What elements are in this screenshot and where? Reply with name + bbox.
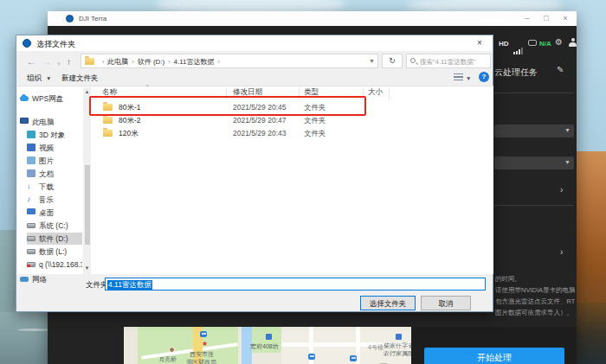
breadcrumb-separator-icon: › [128,59,137,65]
file-row-80m-2[interactable]: 80米-2 2021/5/29 20:47 文件夹 [96,114,491,127]
chevron-right-icon[interactable]: › [560,247,569,257]
3d-objects-icon [27,131,35,138]
select-folder-dialog: 选择文件夹 × ← → ▼ ↑ ›此电脑›软件 (D:)›4.11雷达数据› ▼… [16,35,493,312]
breadcrumb-item[interactable]: 4.11雷达数据 [174,58,215,66]
bottom-action-panel: 开始处理 [411,327,577,364]
chevron-down-icon: ▼ [46,75,51,81]
up-button[interactable]: ↑ [67,57,71,67]
drive-icon [27,223,35,228]
column-header-size[interactable]: 大小 [368,87,383,98]
panel-dropdown-2[interactable]: ▼ [494,156,574,169]
desktop-icon [27,208,35,214]
highlight-annotation-box [89,96,366,116]
panel-note-line: 的时间。 [495,273,575,284]
settings-gear-icon[interactable]: ⚙ [555,38,563,47]
edit-pencil-icon[interactable]: ✎ [557,65,564,74]
chevron-down-icon[interactable]: ▼ [466,75,471,81]
drive-icon [27,236,35,241]
column-divider[interactable] [389,88,390,99]
folder-icon [103,117,113,124]
network-icon [20,277,29,282]
sidebar-item-3d-objects[interactable]: 3D 对象 [27,129,82,141]
rc-status-value: N/A [539,40,551,48]
file-row-120m[interactable]: 120米 2021/5/29 20:43 文件夹 [96,127,491,140]
wallpaper-sea [0,230,16,313]
close-button[interactable]: × [558,14,573,24]
map-label: 农行家属院 [384,349,411,358]
panel-note-line: 包含激光雷达点云文件、RTK文 [495,296,575,307]
panel-dropdown-1[interactable]: ▼ [494,125,574,137]
cancel-button[interactable]: 取消 [421,296,471,310]
folder-name-input[interactable]: 4.11雷达数据 [105,278,486,291]
panel-divider [493,93,574,93]
dialog-close-button[interactable]: × [467,35,493,51]
sidebar-item-network[interactable]: 网络 [20,273,82,285]
folder-icon [85,58,94,65]
chevron-down-icon: ▼ [564,159,571,165]
view-options-icon[interactable] [454,73,463,82]
wallpaper-foam [17,329,52,331]
poi-star-icon: ★ [202,341,208,348]
map-label: 4号楼 [368,343,384,352]
sidebar-item-this-pc[interactable]: 此电脑 [20,116,82,128]
organize-menu[interactable]: 组织 [27,73,42,84]
breadcrumb-separator-icon: › [164,59,173,65]
sidebar-item-drive-d[interactable]: 软件 (D:) [27,233,82,245]
sidebar-item-documents[interactable]: 文档 [27,168,82,180]
sidebar-item-pictures[interactable]: 图片 [27,155,82,167]
building-poi-icon [266,334,272,340]
address-dropdown-icon[interactable]: ▼ [369,58,375,64]
bus-stop-icon [308,354,315,360]
dialog-titlebar[interactable]: 选择文件夹 × [16,35,493,51]
dji-terra-logo-icon [23,39,31,48]
forward-button[interactable]: → [42,57,51,67]
download-arrow-icon: ↓ [27,182,35,190]
address-bar[interactable]: ›此电脑›软件 (D:)›4.11雷达数据› ▼ [81,54,378,68]
building-poi-icon [396,334,402,340]
map-view[interactable]: 月亮桥 ★ 西安市莲 湖区财政局 宏府408坊 4号楼 柴家什字省 农行家属院 … [124,327,411,364]
network-drive-icon [27,262,35,267]
sidebar-item-drive-c[interactable]: 系统 (C:) [27,220,82,232]
new-folder-button[interactable]: 新建文件夹 [61,73,99,84]
cloud-icon [20,96,29,101]
wallpaper-sea [577,303,606,364]
sidebar-item-network-drive[interactable]: q (\\192.168.3 [27,259,82,271]
minimize-button[interactable]: – [519,14,535,24]
sidebar-item-drive-l[interactable]: 数据 (L:) [27,246,82,258]
dialog-title: 选择文件夹 [36,39,75,50]
sidebar-item-downloads[interactable]: ↓下载 [27,181,82,193]
bus-stop-icon [200,331,207,337]
sort-ascending-icon: ^ [146,84,149,89]
scroll-up-icon[interactable]: ▲ [83,89,91,94]
panel-note-line: 请使用带NVIDIA显卡的电脑。 [495,284,575,296]
drive-icon [27,249,35,254]
dji-terra-logo-icon [66,15,74,22]
scrollbar-thumb[interactable] [85,165,90,245]
maximize-button[interactable]: □ [538,14,554,24]
chevron-right-icon[interactable]: › [560,185,569,195]
signal-bars-icon [513,39,524,54]
user-account-icon[interactable] [569,38,577,46]
sidebar-item-videos[interactable]: 视频 [27,142,82,154]
pictures-icon [27,156,35,164]
scroll-down-icon[interactable]: ▼ [83,265,91,271]
help-button[interactable]: ? [479,72,489,82]
sidebar-item-desktop[interactable]: 桌面 [27,207,82,219]
app-title: DJI Terra [79,15,106,22]
back-button[interactable]: ← [27,57,35,67]
panel-note-line: 图片数据可依需求导入）。 [495,307,575,318]
search-box[interactable]: 搜索"4.11雷达数据" [406,54,491,68]
refresh-button[interactable]: ↻ [382,54,403,68]
select-folder-button[interactable]: 选择文件夹 [360,296,416,310]
map-label: 宏府408坊 [250,342,279,351]
breadcrumb-item[interactable]: 此电脑 [107,58,128,66]
start-processing-button[interactable]: 开始处理 [424,348,564,364]
recent-locations-chevron-icon[interactable]: ▼ [56,59,61,69]
sidebar-item-wps[interactable]: WPS网盘 [20,93,82,105]
videos-icon [27,144,35,151]
bridge-poi-icon [169,347,175,353]
documents-icon [27,169,35,177]
sidebar-item-music[interactable]: ♪音乐 [27,194,82,206]
breadcrumb-item[interactable]: 软件 (D:) [138,58,165,66]
app-titlebar[interactable]: DJI Terra – □ × [48,11,577,26]
